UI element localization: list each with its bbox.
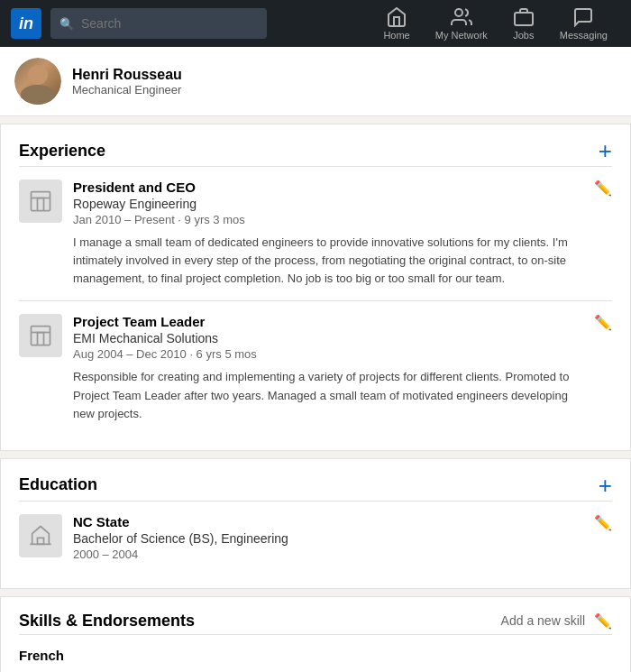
- search-input[interactable]: [81, 16, 258, 31]
- nav-item-home[interactable]: Home: [370, 1, 422, 46]
- experience-section: Experience + President and CEO Ropeway E…: [0, 124, 631, 451]
- skills-header: Skills & Endorsements Add a new skill ✏️: [19, 612, 612, 631]
- education-title: Education: [19, 475, 97, 494]
- profile-title: Mechanical Engineer: [72, 83, 182, 97]
- svg-rect-2: [32, 192, 50, 211]
- experience-header: Experience +: [19, 139, 612, 162]
- job-dates-1: Jan 2010 – Present · 9 yrs 3 mos: [73, 213, 585, 226]
- edit-experience-2[interactable]: ✏️: [594, 314, 612, 331]
- edu-content-1: NC State Bachelor of Science (BS), Engin…: [73, 514, 612, 561]
- edit-skills-button[interactable]: ✏️: [594, 612, 612, 630]
- skills-section: Skills & Endorsements Add a new skill ✏️…: [0, 596, 631, 672]
- linkedin-logo[interactable]: in: [11, 8, 41, 39]
- nav-item-jobs[interactable]: Jobs: [500, 1, 547, 46]
- add-skill-link[interactable]: Add a new skill: [501, 613, 585, 628]
- jobs-icon: [513, 6, 535, 28]
- edu-dates-1: 2000 – 2004: [73, 548, 585, 561]
- avatar: [14, 58, 61, 105]
- company-logo-1: [19, 180, 62, 223]
- svg-rect-4: [38, 538, 44, 544]
- company-name-2: EMI Mechanical Solutions: [73, 331, 585, 345]
- nav-item-network[interactable]: My Network: [423, 1, 500, 46]
- nav-items: Home My Network Jobs Messaging: [370, 1, 620, 46]
- job-title-1: President and CEO: [73, 180, 585, 195]
- school-name-1: NC State: [73, 514, 585, 529]
- building-icon-1: [28, 189, 53, 214]
- svg-rect-1: [515, 13, 533, 25]
- search-icon: 🔍: [59, 17, 74, 31]
- school-logo-1: [19, 514, 62, 557]
- experience-item-2: Project Team Leader EMI Mechanical Solut…: [19, 300, 612, 435]
- network-icon: [451, 6, 472, 28]
- edit-education-1[interactable]: ✏️: [594, 514, 612, 531]
- education-header: Education +: [19, 474, 612, 497]
- add-education-button[interactable]: +: [599, 474, 612, 497]
- degree-1: Bachelor of Science (BS), Engineering: [73, 531, 585, 546]
- avatar-image: [14, 58, 61, 105]
- search-bar[interactable]: 🔍: [50, 8, 267, 39]
- edit-experience-1[interactable]: ✏️: [594, 180, 612, 197]
- job-description-1: I manage a small team of dedicated engin…: [73, 234, 585, 288]
- home-label: Home: [383, 30, 409, 41]
- company-name-1: Ropeway Engineering: [73, 197, 585, 211]
- messaging-icon: [572, 6, 594, 28]
- experience-title: Experience: [19, 142, 105, 161]
- top-nav: in 🔍 Home My Network Jobs M: [0, 0, 631, 47]
- svg-point-0: [455, 9, 462, 16]
- building-icon-2: [28, 323, 53, 348]
- jobs-label: Jobs: [513, 30, 534, 41]
- skills-actions: Add a new skill ✏️: [501, 612, 612, 630]
- company-logo-2: [19, 314, 62, 357]
- skills-title: Skills & Endorsements: [19, 612, 195, 631]
- home-icon: [386, 6, 407, 28]
- network-label: My Network: [435, 30, 488, 41]
- messaging-label: Messaging: [560, 30, 608, 41]
- job-description-2: Responsible for creating and implementin…: [73, 368, 585, 422]
- skill-item-1: French: [19, 634, 612, 672]
- svg-rect-3: [32, 327, 50, 345]
- skill-name-1: French: [19, 648, 612, 663]
- education-section: Education + NC State Bachelor of Science…: [0, 458, 631, 589]
- exp-content-2: Project Team Leader EMI Mechanical Solut…: [73, 314, 612, 422]
- profile-name: Henri Rousseau: [72, 67, 182, 83]
- nav-item-messaging[interactable]: Messaging: [547, 1, 620, 46]
- profile-info: Henri Rousseau Mechanical Engineer: [72, 67, 182, 97]
- logo-text: in: [19, 14, 33, 33]
- exp-content-1: President and CEO Ropeway Engineering Ja…: [73, 180, 612, 288]
- education-item-1: NC State Bachelor of Science (BS), Engin…: [19, 501, 612, 574]
- job-dates-2: Aug 2004 – Dec 2010 · 6 yrs 5 mos: [73, 347, 585, 361]
- profile-header: Henri Rousseau Mechanical Engineer: [0, 47, 631, 116]
- job-title-2: Project Team Leader: [73, 314, 585, 329]
- add-experience-button[interactable]: +: [599, 139, 612, 162]
- school-icon-1: [28, 523, 53, 548]
- experience-item-1: President and CEO Ropeway Engineering Ja…: [19, 166, 612, 300]
